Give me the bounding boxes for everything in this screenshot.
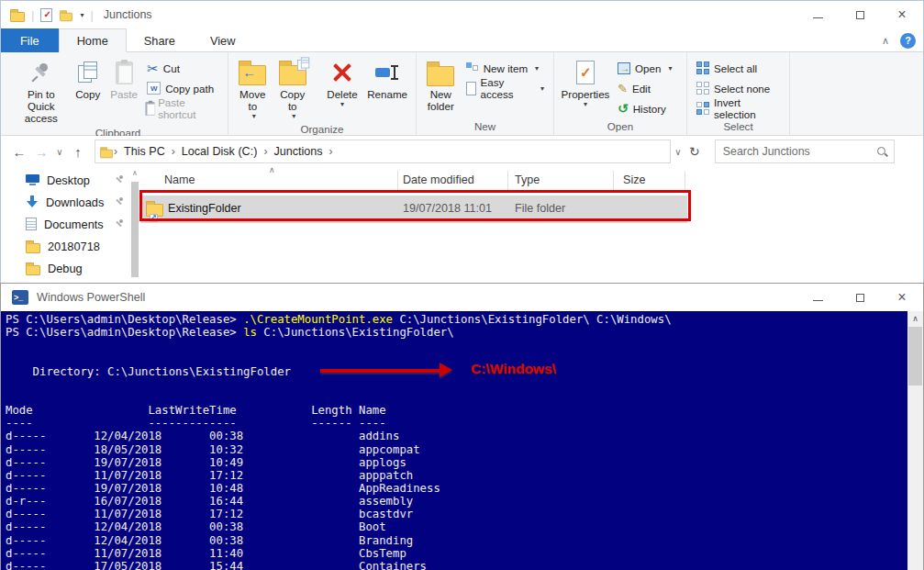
address-box[interactable]: › This PC › Local Disk (C:) › Junctions … — [95, 140, 671, 163]
search-box[interactable] — [715, 140, 895, 163]
column-header-date-modified[interactable]: Date modified — [403, 173, 474, 186]
breadcrumb-chevron-icon: › — [329, 145, 333, 158]
close-button[interactable]: × — [881, 284, 923, 311]
delete-button[interactable]: Delete ▾ — [323, 55, 362, 110]
maximize-button[interactable] — [839, 1, 881, 28]
address-dropdown-caret-icon[interactable]: ∨ — [671, 147, 685, 157]
sidebar-item-documents[interactable]: Documents — [1, 213, 129, 235]
pin-to-quick-access-button[interactable]: Pin to Quick access — [14, 55, 69, 126]
scrollbar-thumb[interactable] — [131, 182, 139, 277]
column-divider[interactable] — [613, 171, 614, 191]
sidebar-item-debug[interactable]: Debug — [1, 257, 129, 279]
separator: | — [90, 8, 93, 22]
refresh-icon[interactable]: ↻ — [689, 144, 700, 159]
easy-access-button[interactable]: Easy access — [462, 78, 548, 98]
qat-new-folder-icon[interactable] — [61, 12, 73, 20]
copy-button[interactable]: Copy — [72, 55, 105, 102]
sidebar-item-desktop[interactable]: Desktop — [1, 169, 129, 191]
column-divider[interactable] — [397, 171, 398, 191]
scrollbar-thumb[interactable] — [908, 327, 922, 386]
tab-share[interactable]: Share — [127, 28, 193, 52]
breadcrumb-local-disk[interactable]: Local Disk (C:) — [175, 145, 264, 158]
close-button[interactable]: × — [881, 1, 923, 28]
minimize-button[interactable] — [796, 1, 839, 28]
column-header-type[interactable]: Type — [515, 173, 540, 186]
ribbon-tabs: File Home Share View ∧ ? — [1, 28, 923, 52]
qat-customize-caret-icon[interactable]: ▾ — [80, 11, 83, 19]
back-button[interactable]: ← — [8, 144, 30, 160]
tab-home[interactable]: Home — [59, 28, 127, 52]
paste-shortcut-button[interactable]: Paste shortcut — [143, 98, 222, 118]
column-header-name[interactable]: Name — [164, 173, 195, 186]
help-icon[interactable]: ? — [900, 33, 916, 49]
console-scrollbar[interactable]: ∧ — [907, 311, 923, 570]
select-all-icon — [696, 61, 709, 74]
column-divider[interactable] — [507, 171, 508, 191]
select-all-button[interactable]: Select all — [693, 58, 784, 78]
edit-button[interactable]: ✎ Edit — [614, 78, 675, 98]
console-table-row: d----- 19/07/2018 10:48 AppReadiness — [6, 482, 923, 495]
forward-button[interactable]: → — [30, 144, 52, 160]
scroll-up-icon[interactable]: ∧ — [907, 311, 923, 326]
collapse-ribbon-icon[interactable]: ∧ — [882, 35, 889, 47]
annotation-target-label: C:\Windows\ — [471, 361, 556, 377]
dropdown-caret-icon: ▾ — [340, 100, 344, 108]
group-label-open: Open — [554, 119, 686, 135]
open-button[interactable]: Open — [614, 58, 675, 78]
sidebar-item-downloads[interactable]: Downloads — [1, 191, 129, 213]
paste-button[interactable]: Paste — [107, 55, 140, 102]
explorer-caption-buttons: × — [796, 1, 923, 28]
properties-button[interactable]: ✓ Properties ▾ — [560, 55, 611, 110]
move-to-button[interactable]: ← Move to — [234, 55, 271, 122]
tab-view[interactable]: View — [193, 28, 253, 52]
console[interactable]: PS C:\Users\admin\Desktop\Release> .\Cre… — [1, 311, 923, 570]
breadcrumb-junctions[interactable]: Junctions — [267, 145, 328, 158]
select-none-button[interactable]: Select none — [693, 78, 784, 98]
pin-icon — [115, 197, 124, 207]
paste-shortcut-icon — [146, 102, 155, 116]
console-line-command-2: PS C:\Users\admin\Desktop\Release> ls C:… — [6, 326, 923, 339]
copy-to-icon — [279, 59, 306, 86]
invert-selection-button[interactable]: Invert selection — [693, 98, 784, 118]
annotation-arrow-head-icon — [440, 363, 452, 377]
minimize-button[interactable] — [796, 284, 839, 311]
column-divider[interactable] — [685, 171, 685, 191]
select-none-icon — [696, 82, 709, 95]
qat-properties-icon[interactable]: ✓ — [40, 8, 52, 22]
select-small-buttons: Select all Select none Invert selection — [693, 58, 784, 118]
column-header-size[interactable]: Size — [623, 173, 646, 186]
powershell-window-title: Windows PowerShell — [37, 291, 145, 304]
sort-ascending-icon[interactable]: ∧ — [269, 165, 275, 174]
history-button[interactable]: ↺ History — [614, 98, 675, 118]
window-title: Junctions — [104, 8, 152, 21]
navigation-pane: Desktop Downloads Documents 20180718 — [1, 169, 129, 284]
command-text: ls — [243, 326, 257, 339]
address-tools: ∨ ↻ — [671, 140, 704, 163]
desktop-icon — [26, 174, 39, 185]
cut-icon: ✂ — [147, 61, 159, 75]
sidebar-scrollbar[interactable]: ∧ — [130, 169, 139, 284]
new-item-button[interactable]: New item — [462, 58, 548, 78]
breadcrumb-this-pc[interactable]: This PC — [117, 145, 172, 158]
ribbon-group-organize: ← Move to Copy to Delete ▾ — [228, 52, 417, 135]
tab-file[interactable]: File — [1, 28, 59, 52]
ribbon-group-select: Select all Select none Invert selection … — [687, 52, 790, 135]
recent-locations-caret-icon[interactable]: ∨ — [52, 147, 67, 157]
console-table-row: d----- 11/07/2018 17:12 bcastdvr — [6, 508, 923, 520]
rename-button[interactable]: Rename — [364, 55, 410, 102]
search-icon[interactable] — [876, 146, 888, 158]
open-small-buttons: Open ✎ Edit ↺ History — [614, 58, 675, 118]
copy-to-button[interactable]: Copy to — [273, 55, 310, 122]
scroll-up-icon[interactable]: ∧ — [130, 169, 139, 178]
search-input[interactable] — [721, 144, 876, 159]
folder-icon — [26, 265, 40, 275]
up-button[interactable]: ↑ — [67, 144, 89, 160]
cut-button[interactable]: ✂ Cut — [143, 58, 222, 78]
invert-selection-icon — [696, 102, 709, 115]
copy-path-button[interactable]: W Copy path — [143, 78, 222, 98]
sidebar-item-20180718[interactable]: 20180718 — [1, 235, 129, 257]
ribbon-group-clipboard: Pin to Quick access Copy Paste ✂ Cut — [8, 52, 228, 135]
maximize-button[interactable] — [839, 284, 881, 311]
documents-icon — [26, 218, 37, 230]
new-folder-button[interactable]: New folder — [422, 55, 460, 114]
